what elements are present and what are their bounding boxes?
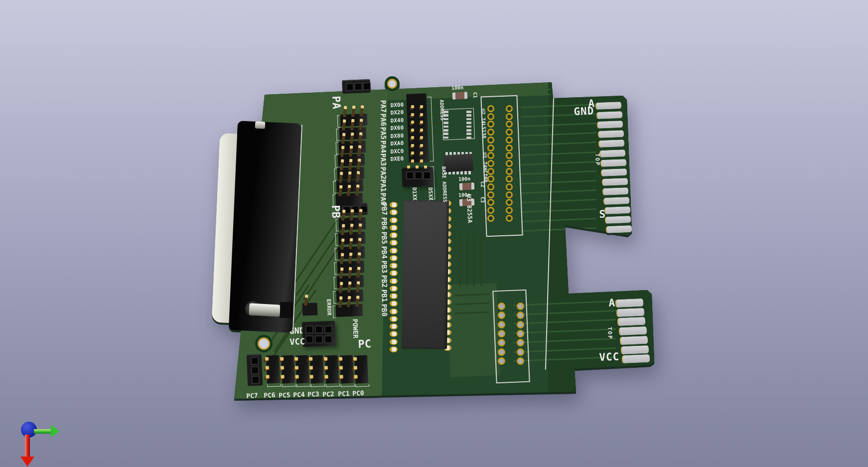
plated-hole bbox=[506, 129, 513, 136]
plated-hole bbox=[487, 191, 494, 198]
header-pin bbox=[356, 267, 361, 278]
header-pin bbox=[339, 267, 344, 279]
address-row-label: DXA0 bbox=[377, 141, 404, 147]
header-pin bbox=[340, 238, 345, 250]
c1-ref-label: C1 bbox=[472, 92, 477, 98]
edge-finger bbox=[616, 308, 645, 317]
plated-hole bbox=[517, 321, 524, 328]
header-pin bbox=[359, 119, 363, 130]
header-pin bbox=[339, 357, 342, 360]
header-pin bbox=[357, 252, 361, 264]
plated-hole bbox=[506, 207, 513, 214]
edge-bottom-side-label: TOP bbox=[607, 327, 613, 340]
plated-hole bbox=[487, 137, 494, 144]
header-pin-tip bbox=[420, 152, 423, 155]
header-pin-tip bbox=[411, 129, 414, 132]
dip-pin bbox=[390, 309, 398, 314]
header-pin-tip bbox=[411, 152, 414, 155]
edge-top-s-label: S bbox=[599, 209, 606, 220]
header-pin bbox=[339, 171, 343, 183]
u1-74hct00-chip bbox=[443, 154, 473, 172]
plated-hole bbox=[487, 183, 494, 190]
smd-pad bbox=[443, 133, 448, 135]
address-label: ADDRESS bbox=[439, 100, 445, 121]
dip-pin-lead bbox=[392, 271, 396, 275]
plated-hole bbox=[506, 183, 513, 190]
address-jumper-header bbox=[406, 93, 429, 162]
plated-hole bbox=[498, 357, 505, 365]
dip-pin bbox=[390, 278, 398, 284]
pin-label: PB4 bbox=[381, 246, 388, 259]
header-pin-tip bbox=[416, 165, 419, 168]
edge-finger bbox=[601, 168, 627, 176]
header-pin bbox=[339, 366, 343, 369]
error-pin-header bbox=[302, 303, 318, 315]
header-pin bbox=[342, 119, 346, 131]
dip-pin-lead bbox=[392, 287, 396, 291]
header-pin-tip bbox=[420, 129, 423, 132]
header-pin bbox=[340, 253, 344, 264]
c1-value-label: 100n bbox=[451, 85, 463, 91]
header-segment-pc bbox=[340, 355, 354, 384]
pin-label: PC2 bbox=[322, 391, 334, 398]
3d-viewport[interactable]: PA7PA6PA5PA4PA3PA2PA1PA0PB7PB6PB5PB4PB3P… bbox=[0, 0, 868, 467]
header-pin bbox=[348, 253, 353, 264]
header-pin bbox=[347, 171, 352, 183]
trace bbox=[466, 234, 468, 287]
smd-pad bbox=[466, 118, 471, 121]
header-pin bbox=[324, 366, 328, 369]
pin-label: PC0 bbox=[352, 390, 364, 397]
axis-x-arrow-icon bbox=[34, 429, 52, 434]
plated-hole bbox=[506, 105, 513, 112]
pin-label: PB3 bbox=[381, 260, 388, 273]
smd-pad bbox=[443, 129, 448, 132]
socket-hole bbox=[406, 171, 414, 179]
dip-pin bbox=[390, 339, 398, 345]
header-pin bbox=[356, 281, 360, 293]
edge-finger bbox=[606, 225, 632, 233]
header-pin bbox=[309, 375, 313, 378]
pa7-header-block bbox=[342, 79, 370, 94]
dip-pin bbox=[390, 346, 398, 352]
header-pin-tip bbox=[407, 165, 410, 168]
header-pin-tip bbox=[411, 105, 414, 108]
edge-finger bbox=[600, 159, 626, 167]
socket-hole bbox=[324, 335, 332, 343]
pin-label: PB5 bbox=[381, 231, 388, 244]
u2-designator-label: U2 74LS138 bbox=[480, 109, 486, 139]
axis-y-arrow-icon bbox=[25, 435, 30, 458]
header-pin-tip bbox=[420, 159, 423, 162]
base-address-label: BASE ADDRESS bbox=[441, 166, 447, 203]
dip-pin-lead bbox=[392, 249, 396, 253]
edge-finger bbox=[615, 299, 644, 308]
socket-hole bbox=[415, 171, 423, 179]
dip-pin bbox=[390, 225, 398, 231]
header-pin bbox=[295, 366, 298, 369]
address-row-label: DXE0 bbox=[377, 156, 404, 162]
edge-finger bbox=[595, 102, 622, 110]
plated-hole bbox=[487, 207, 494, 214]
header-pin bbox=[349, 224, 354, 235]
header-pin bbox=[295, 375, 298, 378]
header-pin bbox=[347, 296, 351, 308]
dsub-nut bbox=[280, 302, 293, 318]
plated-hole bbox=[517, 357, 524, 365]
address-row-label: DXC0 bbox=[377, 149, 404, 155]
dip-pin-lead bbox=[392, 256, 396, 260]
axis-x-arrowhead-icon bbox=[51, 425, 59, 438]
pcb-board: PA7PA6PA5PA4PA3PA2PA1PA0PB7PB6PB5PB4PB3P… bbox=[229, 70, 668, 419]
plated-hole bbox=[506, 191, 513, 198]
pin-label: PC1 bbox=[338, 390, 350, 397]
c3-ref-label: C3 bbox=[480, 197, 485, 203]
dip-pin-lead bbox=[392, 332, 396, 336]
header-pin bbox=[281, 366, 284, 369]
pin-label: PB2 bbox=[381, 275, 388, 288]
header-pin bbox=[354, 375, 357, 378]
smd-pad bbox=[443, 122, 448, 124]
header-pin bbox=[339, 282, 343, 293]
header-pin bbox=[338, 296, 343, 308]
header-pin bbox=[281, 375, 284, 378]
plated-hole bbox=[498, 321, 505, 328]
header-segment-pa bbox=[335, 193, 363, 206]
header-pin bbox=[339, 375, 343, 378]
